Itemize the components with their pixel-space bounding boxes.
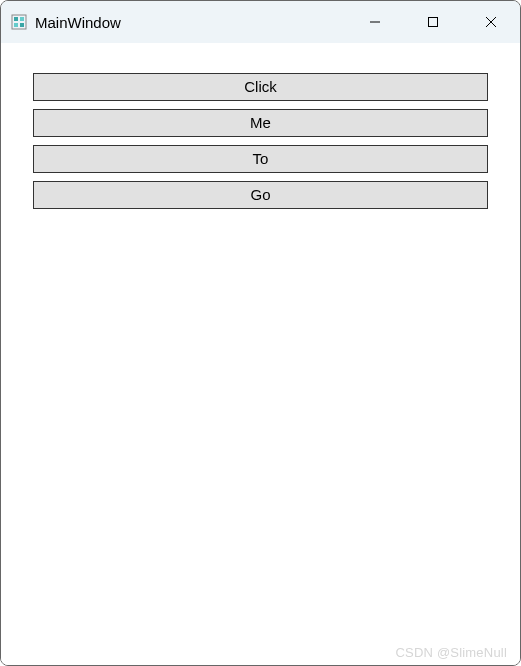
button-go[interactable]: Go xyxy=(33,181,488,209)
maximize-button[interactable] xyxy=(404,1,462,43)
svg-rect-4 xyxy=(20,23,24,27)
svg-rect-1 xyxy=(14,17,18,21)
button-to[interactable]: To xyxy=(33,145,488,173)
watermark: CSDN @SlimeNull xyxy=(395,645,507,660)
window-controls xyxy=(346,1,520,43)
svg-rect-2 xyxy=(20,17,24,21)
main-window: MainWindow Click Me To Go xyxy=(0,0,521,666)
svg-rect-3 xyxy=(14,23,18,27)
button-click[interactable]: Click xyxy=(33,73,488,101)
svg-rect-6 xyxy=(429,18,438,27)
titlebar: MainWindow xyxy=(1,1,520,43)
window-title: MainWindow xyxy=(35,14,346,31)
button-me[interactable]: Me xyxy=(33,109,488,137)
app-icon xyxy=(11,14,27,30)
client-area: Click Me To Go xyxy=(1,43,520,665)
minimize-button[interactable] xyxy=(346,1,404,43)
close-button[interactable] xyxy=(462,1,520,43)
